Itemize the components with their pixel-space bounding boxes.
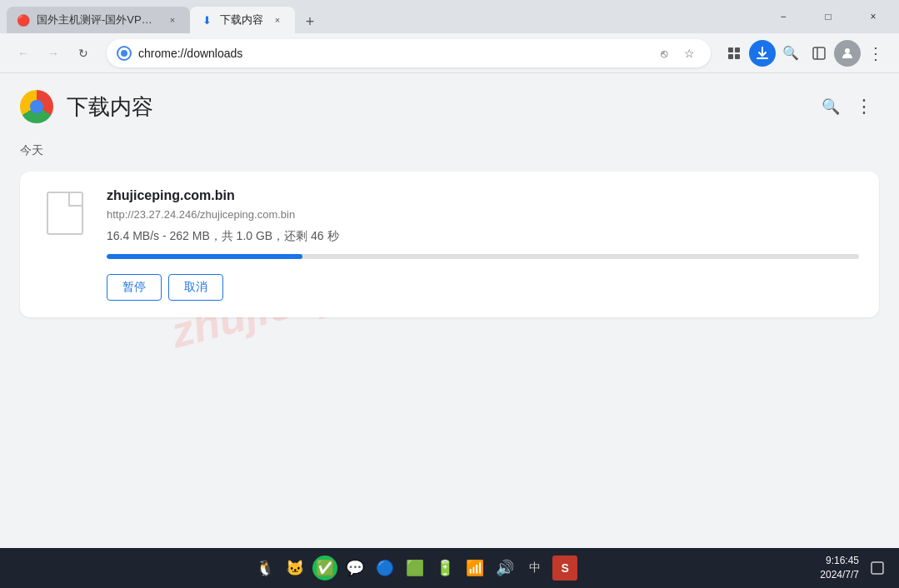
svg-rect-9 — [872, 562, 883, 574]
maximize-button[interactable]: □ — [809, 3, 847, 30]
file-icon — [47, 192, 83, 235]
extensions-button[interactable] — [721, 40, 747, 67]
taskbar-icon-nvidia[interactable]: 🟩 — [402, 556, 427, 581]
taskbar-icon-wifi[interactable]: 📶 — [462, 556, 487, 581]
file-icon-wrap — [40, 188, 90, 301]
tab-bar: 🔴 国外主机测评-国外VPS、国… × ⬇ 下载内容 × + — [7, 0, 764, 33]
menu-button[interactable]: ⋮ — [862, 40, 889, 67]
minimize-button[interactable]: − — [764, 3, 802, 30]
taskbar-icon-bt[interactable]: 🔵 — [372, 556, 397, 581]
download-status: 16.4 MB/s - 262 MB，共 1.0 GB，还剩 46 秒 — [107, 229, 859, 244]
svg-point-8 — [845, 48, 850, 53]
svg-rect-6 — [813, 47, 825, 59]
taskbar-icon-qq[interactable]: 🐧 — [252, 556, 277, 581]
taskbar-icon-volume[interactable]: 🔊 — [492, 556, 517, 581]
forward-button[interactable]: → — [40, 40, 67, 67]
tab-inactive-1[interactable]: 🔴 国外主机测评-国外VPS、国… × — [7, 7, 190, 33]
taskbar-center: 🐧 🐱 ✅ 💬 🔵 🟩 🔋 📶 🔊 中 S — [10, 556, 820, 581]
download-card: zhujiceping.com.bin http://23.27.24.246/… — [20, 172, 879, 317]
sidebar-button[interactable] — [806, 40, 832, 67]
reload-button[interactable]: ↻ — [70, 40, 97, 67]
tab-1-title: 国外主机测评-国外VPS、国… — [37, 12, 158, 27]
tab-1-close[interactable]: × — [165, 12, 180, 27]
tab-2-title: 下载内容 — [220, 12, 263, 27]
svg-rect-2 — [728, 47, 733, 52]
svg-point-1 — [121, 50, 127, 57]
pause-button[interactable]: 暂停 — [107, 274, 162, 301]
more-options-button[interactable]: ⋮ — [849, 92, 879, 122]
download-info: zhujiceping.com.bin http://23.27.24.246/… — [107, 188, 859, 301]
tab-2-close[interactable]: × — [270, 12, 285, 27]
download-actions: 暂停 取消 — [107, 274, 859, 301]
file-name: zhujiceping.com.bin — [107, 188, 859, 203]
taskbar-icon-battery[interactable]: 🔋 — [432, 556, 457, 581]
search-downloads-button[interactable]: 🔍 — [816, 92, 846, 122]
window-controls: − □ × — [764, 3, 892, 30]
back-button[interactable]: ← — [10, 40, 37, 67]
notification-button[interactable] — [866, 556, 889, 580]
profile-button[interactable] — [834, 40, 861, 67]
taskbar-icon-sogou[interactable]: S — [552, 556, 577, 581]
taskbar-right: 9:16:45 2024/7/7 — [820, 554, 889, 582]
new-tab-button[interactable]: + — [298, 10, 322, 33]
clock-time: 9:16:45 — [820, 554, 859, 568]
svg-rect-4 — [728, 54, 733, 59]
bookmark-icon-btn[interactable]: ☆ — [677, 42, 701, 65]
section-today-label: 今天 — [0, 137, 899, 165]
svg-rect-5 — [735, 54, 740, 59]
share-icon-btn[interactable]: ⎋ — [652, 42, 676, 65]
chromium-logo — [20, 90, 53, 123]
progress-bar — [107, 254, 859, 259]
address-bar[interactable]: chrome://downloads ⎋ ☆ — [107, 39, 711, 67]
taskbar-icon-ime[interactable]: 中 — [522, 556, 547, 581]
progress-bar-fill — [107, 254, 302, 259]
address-text: chrome://downloads — [138, 47, 646, 60]
clock: 9:16:45 2024/7/7 — [820, 554, 859, 582]
taskbar-icon-check[interactable]: ✅ — [312, 556, 337, 581]
toolbar: ← → ↻ chrome://downloads ⎋ ☆ — [0, 33, 899, 73]
file-url: http://23.27.24.246/zhujiceping.com.bin — [107, 208, 859, 221]
toolbar-right: 🔍 ⋮ — [721, 40, 889, 67]
tab-2-favicon: ⬇ — [200, 13, 213, 27]
page-title: 下载内容 — [67, 92, 802, 122]
tab-1-favicon: 🔴 — [17, 13, 30, 27]
svg-rect-3 — [735, 47, 740, 52]
header-actions: 🔍 ⋮ — [816, 92, 879, 122]
page-content: 下载内容 🔍 ⋮ zhujiceping.com 今天 zhujiceping.… — [0, 73, 899, 548]
taskbar-icon-2[interactable]: 🐱 — [282, 556, 307, 581]
cancel-button[interactable]: 取消 — [168, 274, 223, 301]
tab-active-2[interactable]: ⬇ 下载内容 × — [190, 7, 295, 33]
clock-date: 2024/7/7 — [820, 568, 859, 582]
close-button[interactable]: × — [854, 3, 892, 30]
search-button[interactable]: 🔍 — [777, 40, 804, 67]
title-bar: 🔴 国外主机测评-国外VPS、国… × ⬇ 下载内容 × + − □ × — [0, 0, 899, 33]
taskbar-icon-wechat[interactable]: 💬 — [342, 556, 367, 581]
downloads-header: 下载内容 🔍 ⋮ — [0, 73, 899, 137]
address-actions: ⎋ ☆ — [652, 42, 701, 65]
taskbar: 🐧 🐱 ✅ 💬 🔵 🟩 🔋 📶 🔊 中 S 9:16:45 2024/7/7 — [0, 548, 899, 588]
download-indicator[interactable] — [749, 40, 776, 67]
address-favicon — [117, 46, 132, 61]
